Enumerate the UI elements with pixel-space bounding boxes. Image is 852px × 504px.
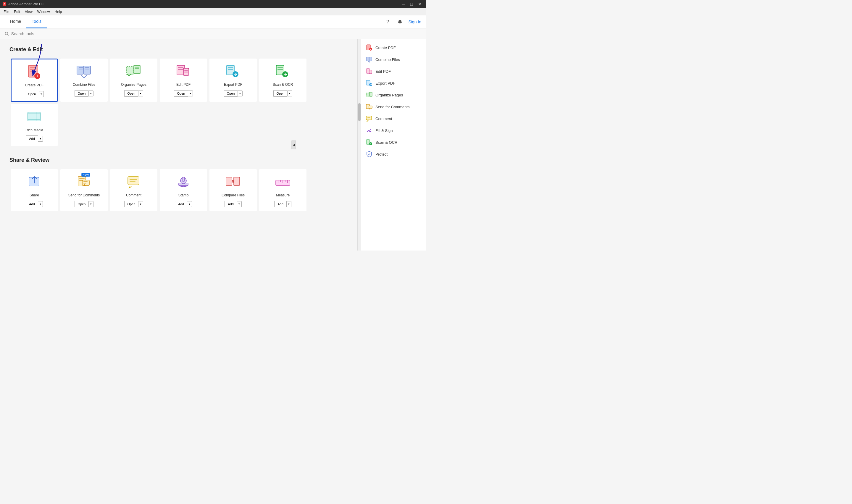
- comment-dropdown-button[interactable]: ▾: [138, 201, 143, 207]
- search-input[interactable]: [11, 31, 421, 36]
- tab-home[interactable]: Home: [5, 15, 26, 29]
- tool-card-organize-pages: Organize Pages Open ▾: [110, 58, 157, 102]
- scan-ocr-icon: ✦✦: [273, 64, 292, 80]
- menu-file[interactable]: File: [1, 8, 12, 15]
- svg-rect-34: [277, 67, 283, 68]
- svg-rect-21: [135, 68, 139, 69]
- scrollbar-thumb[interactable]: [358, 103, 361, 121]
- tool-card-edit-pdf: Edit PDF Open ▾: [160, 58, 207, 102]
- send-comments-icon-wrap: NEW: [75, 174, 93, 193]
- compare-files-add-button[interactable]: Add: [224, 201, 237, 207]
- measure-icon: [273, 174, 292, 191]
- menu-help[interactable]: Help: [52, 8, 65, 15]
- send-comments-icon: [75, 174, 93, 191]
- sidebar-item-scan-ocr[interactable]: ✦ Scan & OCR: [361, 136, 426, 148]
- scan-ocr-label: Scan & OCR: [273, 83, 293, 87]
- new-badge: NEW: [81, 173, 90, 177]
- export-pdf-btn-group: Open ▾: [224, 90, 243, 97]
- stamp-label: Stamp: [178, 193, 189, 198]
- edit-pdf-dropdown-button[interactable]: ▾: [188, 90, 193, 96]
- top-nav: Home Tools ? Sign In: [0, 15, 426, 29]
- sidebar-item-organize-pages[interactable]: Organize Pages: [361, 89, 426, 101]
- organize-pages-open-button[interactable]: Open: [124, 90, 139, 97]
- sidebar-item-protect[interactable]: Protect: [361, 148, 426, 160]
- sidebar-label-comment: Comment: [376, 116, 392, 121]
- svg-rect-46: [79, 178, 85, 179]
- share-review-section: Share & Review Share Add: [10, 157, 348, 214]
- notification-button[interactable]: [396, 18, 404, 26]
- maximize-button[interactable]: □: [407, 1, 415, 7]
- tool-card-compare-files: Compare Files Add ▾: [210, 169, 257, 211]
- compare-files-dropdown-button[interactable]: ▾: [237, 201, 242, 207]
- export-pdf-dropdown-button[interactable]: ▾: [238, 90, 242, 96]
- svg-rect-25: [178, 69, 183, 70]
- stamp-dropdown-button[interactable]: ▾: [187, 201, 192, 207]
- minimize-button[interactable]: ─: [399, 1, 407, 7]
- comment-btn-group: Open ▾: [124, 201, 144, 207]
- create-edit-heading: Create & Edit: [10, 47, 348, 53]
- combine-files-sidebar-icon: [366, 56, 373, 63]
- sidebar-item-create-pdf[interactable]: + Create PDF: [361, 42, 426, 54]
- tool-card-scan-ocr: ✦✦ Scan & OCR Open ▾: [259, 58, 307, 102]
- organize-pages-dropdown-button[interactable]: ▾: [138, 90, 143, 96]
- sidebar-item-fill-sign[interactable]: Fill & Sign: [361, 125, 426, 136]
- scan-ocr-open-button[interactable]: Open: [273, 90, 288, 97]
- share-review-grid: Share Add ▾ NEW: [10, 169, 348, 214]
- create-pdf-btn-group: Open ▾: [25, 91, 44, 97]
- measure-add-button[interactable]: Add: [274, 201, 286, 207]
- share-icon: [25, 174, 44, 191]
- compare-files-icon: [224, 174, 242, 191]
- tab-tools[interactable]: Tools: [26, 15, 47, 29]
- stamp-btn-group: Add ▾: [175, 201, 192, 207]
- menu-view[interactable]: View: [22, 8, 35, 15]
- sidebar-item-export-pdf[interactable]: Export PDF: [361, 77, 426, 89]
- sidebar-item-combine-files[interactable]: Combine Files: [361, 54, 426, 65]
- acrobat-icon: A: [2, 2, 6, 6]
- collapse-sidebar-button[interactable]: ◀: [291, 141, 296, 149]
- menu-window[interactable]: Window: [35, 8, 52, 15]
- create-pdf-dropdown-button[interactable]: ▾: [39, 91, 44, 97]
- share-dropdown-button[interactable]: ▾: [38, 201, 43, 207]
- scan-ocr-dropdown-button[interactable]: ▾: [287, 90, 292, 96]
- svg-rect-50: [84, 183, 86, 184]
- send-comments-btn-group: Open ▾: [75, 201, 94, 207]
- sidebar-item-edit-pdf[interactable]: Edit PDF: [361, 65, 426, 77]
- sidebar-item-comment[interactable]: Comment: [361, 113, 426, 125]
- svg-point-2: [5, 32, 8, 35]
- rich-media-dropdown-button[interactable]: ▾: [38, 136, 43, 142]
- measure-dropdown-button[interactable]: ▾: [286, 201, 291, 207]
- svg-rect-28: [184, 72, 188, 72]
- svg-rect-12: [79, 67, 83, 68]
- export-pdf-open-button[interactable]: Open: [224, 90, 238, 97]
- send-comments-open-button[interactable]: Open: [75, 201, 89, 207]
- edit-pdf-open-button[interactable]: Open: [174, 90, 188, 97]
- organize-pages-label: Organize Pages: [121, 83, 146, 87]
- combine-files-dropdown-button[interactable]: ▾: [88, 90, 93, 96]
- comment-open-button[interactable]: Open: [124, 201, 139, 207]
- rich-media-add-button[interactable]: Add: [26, 136, 38, 142]
- svg-rect-76: [366, 93, 369, 97]
- svg-rect-19: [134, 65, 140, 74]
- sign-in-button[interactable]: Sign In: [408, 19, 421, 24]
- create-pdf-open-button[interactable]: Open: [25, 91, 39, 97]
- scrollbar-track[interactable]: [357, 39, 361, 251]
- combine-files-open-button[interactable]: Open: [75, 90, 89, 97]
- svg-rect-77: [369, 92, 372, 96]
- close-button[interactable]: ✕: [416, 1, 424, 7]
- edit-pdf-sidebar-icon: [366, 68, 373, 74]
- sidebar-item-send-comments[interactable]: Send for Comments: [361, 101, 426, 113]
- tool-card-send-comments: NEW: [60, 169, 108, 211]
- stamp-add-button[interactable]: Add: [175, 201, 187, 207]
- svg-rect-79: [369, 106, 372, 109]
- menu-edit[interactable]: Edit: [12, 8, 22, 15]
- rich-media-icon: [25, 109, 44, 126]
- help-button[interactable]: ?: [383, 18, 392, 26]
- sidebar-label-edit-pdf: Edit PDF: [376, 69, 391, 74]
- svg-rect-58: [226, 177, 232, 185]
- export-pdf-label: Export PDF: [224, 83, 242, 87]
- sidebar-label-send-comments: Send for Comments: [376, 105, 410, 109]
- tool-card-comment: Comment Open ▾: [110, 169, 157, 211]
- send-comments-dropdown-button[interactable]: ▾: [88, 201, 93, 207]
- measure-label: Measure: [276, 193, 290, 198]
- share-add-button[interactable]: Add: [26, 201, 38, 207]
